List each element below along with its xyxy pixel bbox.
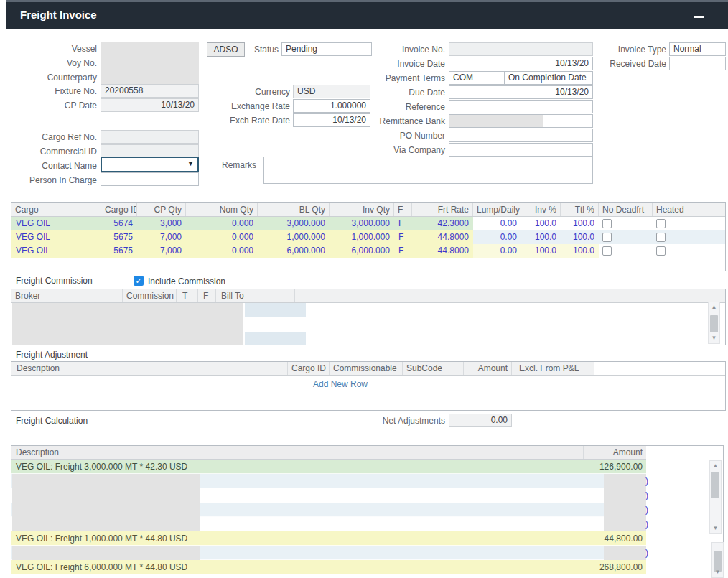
invoice-type-field[interactable]: Normal: [669, 42, 726, 56]
cargo-cell-cargo: VEG OIL: [11, 244, 101, 258]
checkbox-heated-unchecked[interactable]: [656, 233, 666, 242]
voy-no-label: Voy No.: [7, 58, 97, 69]
window-titlebar: Freight Invoice: [6, 0, 728, 29]
checkbox-no_deadfrt-unchecked[interactable]: [602, 219, 612, 228]
window-scrollbar[interactable]: ▼: [711, 542, 724, 578]
calculation-scrollbar-thumb[interactable]: [711, 472, 719, 498]
scroll-down-icon[interactable]: ▼: [712, 567, 723, 577]
cargo-cell-cargo_id: 5675: [101, 244, 137, 258]
adjustment-col-commissionable: Commissionable: [330, 362, 403, 375]
cargo-cell-inv_pct: 100.0: [521, 230, 561, 244]
currency-label: Currency: [204, 87, 290, 98]
fixture-no-field[interactable]: 20200558: [101, 84, 199, 98]
calculation-col-amount: Amount: [584, 446, 646, 459]
redacted-amount-peek: ): [645, 517, 648, 531]
person-in-charge-field[interactable]: [101, 172, 199, 186]
cargo-row[interactable]: VEG OIL56757,0000.0001,000.0001,000.000F…: [11, 230, 725, 244]
cargo-ref-no-field[interactable]: [101, 130, 199, 144]
person-in-charge-label: Person In Charge: [7, 175, 97, 186]
freight-calculation-section-title: Freight Calculation: [16, 416, 88, 426]
cargo-cell-f: F: [394, 230, 412, 244]
calculation-col-description: Description: [11, 446, 584, 459]
cargo-cell-inv_qty: 6,000.000: [330, 244, 394, 258]
cargo-row-left-group: VEG OIL56743,0000.0003,000.0003,000.000F…: [11, 217, 473, 230]
calculation-row[interactable]: ): [11, 503, 646, 517]
checkbox-no_deadfrt-unchecked[interactable]: [602, 246, 612, 256]
commission-scrollbar[interactable]: ▲ ▼: [708, 302, 720, 344]
cargo-col-header: Cargo ID: [101, 203, 137, 216]
invoice-type-label: Invoice Type: [577, 45, 666, 55]
scroll-down-icon[interactable]: ▼: [710, 523, 721, 533]
cargo-cell-lump_daily: 0.00: [473, 230, 521, 244]
exch-rate-date-label: Exch Rate Date: [204, 116, 290, 126]
scroll-up-icon[interactable]: ▲: [710, 461, 721, 471]
add-new-row-link[interactable]: Add New Row: [313, 379, 368, 389]
calculation-cell-amount: ): [584, 488, 646, 503]
calculation-cell-amount: ): [584, 546, 646, 560]
cargo-row-right-group: 0.00100.0100.0: [473, 217, 725, 230]
calculation-row[interactable]: ): [11, 474, 646, 488]
due-date-field[interactable]: 10/13/20: [449, 85, 593, 99]
minimize-button[interactable]: [692, 11, 706, 22]
redacted-amount: [604, 546, 646, 560]
remarks-textarea[interactable]: [263, 157, 593, 184]
adjustment-col-description: Description: [11, 362, 288, 375]
calculation-row[interactable]: VEG OIL: Freight 1,000.000 MT * 44.80 US…: [11, 531, 646, 546]
cargo-row[interactable]: VEG OIL56757,0000.0006,000.0006,000.000F…: [11, 244, 725, 258]
calculation-row[interactable]: VEG OIL: Freight 3,000.000 MT * 42.30 US…: [11, 460, 646, 474]
redacted-amount: [604, 474, 646, 488]
cargo-col-header: F: [394, 203, 412, 216]
commission-table-body[interactable]: [11, 303, 725, 345]
payment-terms-desc-field[interactable]: On Completion Date: [504, 71, 593, 85]
reference-field[interactable]: [449, 100, 593, 113]
payment-terms-code-field[interactable]: COM: [449, 71, 505, 85]
calculation-cell-description: VEG OIL: Freight 3,000.000 MT * 42.30 US…: [11, 460, 584, 474]
scroll-up-icon[interactable]: ▲: [709, 302, 719, 312]
checkbox-heated-unchecked[interactable]: [656, 246, 666, 256]
calculation-row[interactable]: VEG OIL: Freight 6,000.000 MT * 44.80 US…: [11, 560, 646, 574]
cargo-col-header: Cargo: [11, 203, 101, 216]
cargo-cell-ttl_pct: 100.0: [561, 217, 599, 230]
calculation-cell-amount: 126,900.00: [584, 460, 646, 474]
remarks-label: Remarks: [199, 160, 256, 171]
calculation-cell-amount: ): [584, 503, 646, 517]
adjustment-table-header: Description Cargo ID Commissionable SubC…: [11, 362, 725, 376]
checkbox-heated-unchecked[interactable]: [656, 219, 666, 228]
checkbox-no_deadfrt-unchecked[interactable]: [602, 233, 612, 242]
calculation-row[interactable]: ): [11, 546, 646, 560]
calculation-scrollbar[interactable]: ▲ ▼: [709, 460, 722, 534]
cargo-row[interactable]: VEG OIL56743,0000.0003,000.0003,000.000F…: [11, 217, 725, 230]
fixture-no-label: Fixture No.: [7, 86, 97, 97]
vessel-label: Vessel: [7, 44, 97, 55]
net-adjustments-field[interactable]: 0.00: [449, 414, 512, 427]
calculation-row[interactable]: ): [11, 517, 646, 531]
commission-bill-to-cell: [245, 332, 306, 345]
received-date-field[interactable]: [669, 57, 726, 70]
cargo-table-body: VEG OIL56743,0000.0003,000.0003,000.000F…: [11, 217, 725, 258]
cargo-col-header: Frt Rate: [412, 203, 473, 216]
commission-col-t: T: [177, 289, 198, 302]
po-number-field[interactable]: [449, 129, 593, 142]
cp-date-field[interactable]: 10/13/20: [101, 98, 199, 112]
via-company-field[interactable]: [449, 143, 593, 157]
cargo-cell-cp_qty: 7,000: [137, 244, 186, 258]
commission-col-f: F: [198, 289, 216, 302]
received-date-label: Received Date: [577, 59, 666, 70]
redacted-amount: [604, 517, 646, 531]
scroll-down-icon[interactable]: ▼: [709, 333, 719, 343]
invoice-no-label: Invoice No.: [355, 45, 445, 55]
invoice-date-field[interactable]: 10/13/20: [449, 57, 593, 70]
calculation-cell-description: VEG OIL: Freight 1,000.000 MT * 44.80 US…: [11, 531, 584, 546]
calculation-table-header: Description Amount: [11, 446, 646, 460]
redacted-amount: [604, 488, 646, 503]
cargo-cell-lump_daily: 0.00: [473, 244, 521, 258]
commission-scrollbar-thumb[interactable]: [710, 315, 718, 332]
commission-broker-redacted: [12, 303, 243, 345]
calculation-row[interactable]: ): [11, 488, 646, 503]
include-commission-checkbox[interactable]: ✓: [134, 276, 144, 286]
cargo-col-header: No Deadfrt: [599, 203, 653, 216]
contact-name-dropdown[interactable]: ▼: [101, 157, 199, 172]
cargo-cell-heated: [653, 217, 704, 230]
cargo-row-right-group: 0.00100.0100.0: [473, 244, 725, 258]
invoice-no-field[interactable]: [449, 42, 593, 56]
